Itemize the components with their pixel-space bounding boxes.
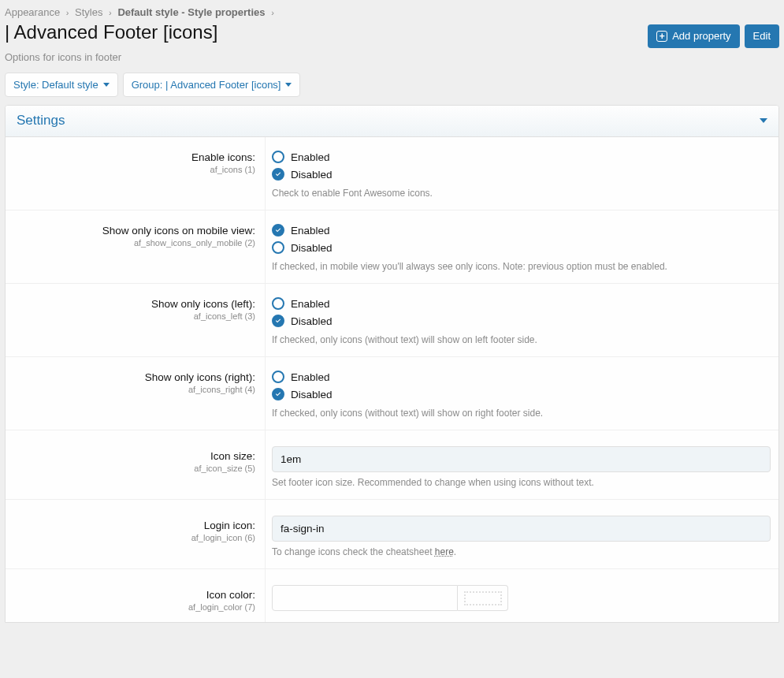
breadcrumb-item[interactable]: Appearance (5, 6, 60, 18)
cheatsheet-link[interactable]: here (435, 546, 454, 557)
field-hint: af_icons_left (3) (13, 311, 255, 321)
option-enabled[interactable]: Enabled (272, 148, 771, 166)
form-row: Show only icons (left): af_icons_left (3… (6, 284, 778, 357)
field-description: If checked, only icons (without text) wi… (272, 334, 771, 345)
radio-label: Enabled (291, 298, 330, 310)
field-hint: af_icons (1) (13, 165, 255, 174)
form-row: Icon color: af_login_color (7) (6, 569, 778, 622)
caret-down-icon (103, 83, 110, 87)
radio-unchecked-icon (272, 151, 284, 163)
group-selector[interactable]: Group: | Advanced Footer [icons] (123, 73, 301, 97)
field-description: If checked, in mobile view you'll always… (272, 261, 771, 272)
radio-unchecked-icon (272, 371, 284, 383)
radio-checked-icon (272, 224, 284, 237)
radio-label: Disabled (291, 242, 333, 254)
field-label: Icon size: af_icon_size (5) (6, 430, 266, 499)
field-description: Check to enable Font Awesome icons. (272, 188, 771, 199)
field-label: Enable icons: af_icons (1) (6, 137, 266, 210)
field-description: Set footer icon size. Recommended to cha… (272, 477, 771, 488)
radio-label: Enabled (291, 151, 330, 163)
field-value: Enabled Disabled If checked, in mobile v… (266, 210, 778, 283)
radio-label: Disabled (291, 389, 333, 400)
text-input[interactable] (272, 516, 771, 542)
option-enabled[interactable]: Enabled (272, 222, 771, 239)
radio-label: Enabled (291, 225, 330, 237)
caret-down-icon (285, 83, 292, 87)
option-disabled[interactable]: Disabled (272, 386, 771, 403)
option-disabled[interactable]: Disabled (272, 239, 771, 256)
radio-unchecked-icon (272, 241, 284, 254)
page-subtitle: Options for icons in footer (0, 48, 784, 73)
form-row: Login icon: af_login_icon (6) To change … (6, 500, 778, 569)
option-disabled[interactable]: Disabled (272, 166, 771, 183)
field-value: Enabled Disabled If checked, only icons … (266, 284, 778, 356)
field-label: Show only icons (left): af_icons_left (3… (6, 284, 266, 356)
swatch-placeholder-icon (464, 591, 502, 605)
field-value: Enabled Disabled If checked, only icons … (266, 357, 778, 430)
radio-label: Enabled (291, 371, 330, 383)
breadcrumb: Appearance › Styles › Default style - St… (0, 0, 784, 23)
field-description: To change icons check the cheatsheet her… (272, 546, 771, 557)
breadcrumb-item[interactable]: Styles (75, 6, 102, 18)
chevron-right-icon: › (66, 8, 69, 17)
add-property-button[interactable]: + Add property (648, 24, 739, 48)
field-value (266, 569, 778, 622)
color-input[interactable] (272, 585, 458, 611)
panel-title: Settings (17, 113, 65, 129)
plus-square-icon: + (656, 31, 667, 42)
option-enabled[interactable]: Enabled (272, 368, 771, 386)
page-title: | Advanced Footer [icons] (5, 21, 217, 43)
chevron-right-icon: › (109, 8, 112, 17)
field-label: Icon color: af_login_color (7) (6, 569, 266, 622)
field-value: To change icons check the cheatsheet her… (266, 500, 778, 568)
radio-label: Disabled (291, 169, 333, 181)
field-description: If checked, only icons (without text) wi… (272, 408, 771, 419)
form-row: Icon size: af_icon_size (5) Set footer i… (6, 430, 778, 500)
field-value: Enabled Disabled Check to enable Font Aw… (266, 137, 778, 210)
radio-label: Disabled (291, 315, 333, 327)
form-row: Enable icons: af_icons (1) Enabled Disab… (6, 137, 778, 210)
form-row: Show only icons (right): af_icons_right … (6, 357, 778, 430)
color-swatch[interactable] (458, 585, 508, 611)
settings-panel: Settings Enable icons: af_icons (1) Enab… (5, 105, 779, 623)
settings-panel-header[interactable]: Settings (6, 106, 778, 137)
breadcrumb-item-current: Default style - Style properties (117, 6, 268, 18)
chevron-right-icon: › (271, 8, 274, 17)
option-disabled[interactable]: Disabled (272, 312, 771, 330)
radio-unchecked-icon (272, 297, 284, 310)
radio-checked-icon (272, 168, 284, 181)
text-input[interactable] (272, 446, 771, 472)
radio-checked-icon (272, 315, 284, 327)
option-enabled[interactable]: Enabled (272, 295, 771, 312)
field-hint: af_show_icons_only_mobile (2) (13, 238, 255, 248)
field-label: Login icon: af_login_icon (6) (6, 500, 266, 568)
field-label: Show only icons on mobile view: af_show_… (6, 210, 266, 283)
field-value: Set footer icon size. Recommended to cha… (266, 430, 778, 499)
radio-checked-icon (272, 388, 284, 400)
caret-down-icon (760, 118, 767, 123)
field-hint: af_icons_right (4) (13, 385, 255, 394)
style-selector[interactable]: Style: Default style (5, 73, 118, 97)
field-hint: af_icon_size (5) (13, 464, 255, 473)
field-label: Show only icons (right): af_icons_right … (6, 357, 266, 430)
form-row: Show only icons on mobile view: af_show_… (6, 210, 778, 284)
field-hint: af_login_icon (6) (13, 533, 255, 542)
field-hint: af_login_color (7) (13, 602, 255, 612)
edit-button[interactable]: Edit (745, 24, 779, 48)
